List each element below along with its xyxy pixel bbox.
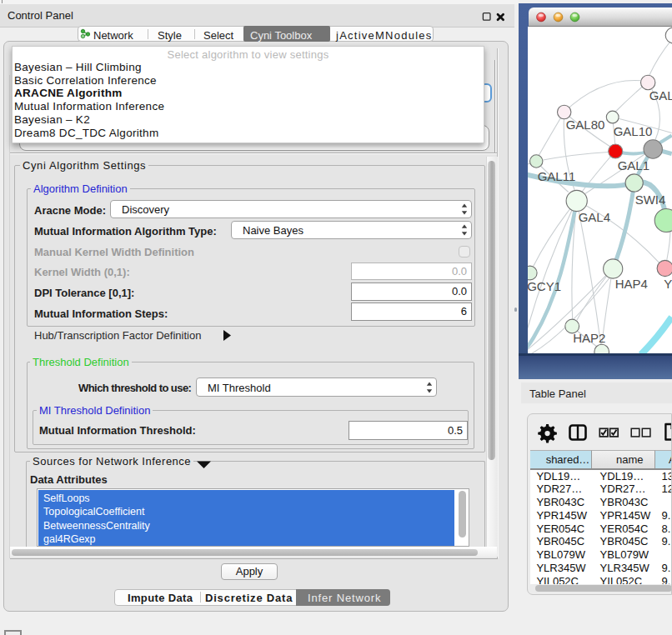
svg-text:GCY1: GCY1 — [528, 278, 561, 292]
svg-text:HAP4: HAP4 — [615, 277, 648, 291]
svg-text:GAL1: GAL1 — [618, 158, 649, 172]
svg-text:Y: Y — [664, 277, 671, 291]
svg-text:GAL11: GAL11 — [538, 168, 576, 182]
svg-text:GAL4: GAL4 — [579, 209, 610, 223]
svg-text:GAL80: GAL80 — [566, 118, 605, 132]
svg-text:GAL10: GAL10 — [614, 124, 653, 138]
svg-text:GAL: GAL — [649, 88, 672, 102]
svg-text:HAP2: HAP2 — [573, 330, 605, 344]
svg-text:SWI4: SWI4 — [635, 192, 666, 206]
